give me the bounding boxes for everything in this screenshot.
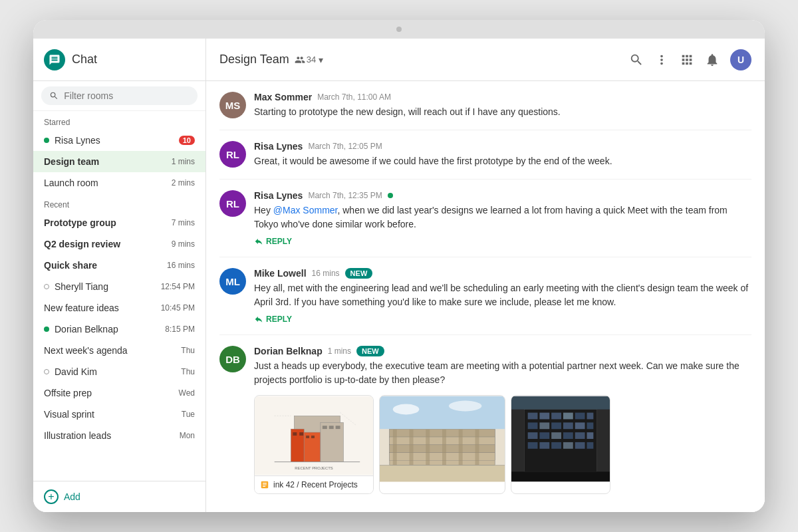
message-text: Just a heads up everybody, the executive… bbox=[254, 359, 751, 387]
message-content: Risa Lynes March 7th, 12:05 PM Great, it… bbox=[254, 141, 751, 168]
sidebar-item-name: Risa Lynes bbox=[55, 135, 179, 146]
sidebar-item-david-kim[interactable]: David Kim Thu bbox=[33, 361, 205, 382]
image-thumbnail-1: RECENT PROJECTS bbox=[255, 396, 373, 475]
message-avatar: DB bbox=[219, 346, 246, 372]
sidebar-item-time: 8:15 PM bbox=[165, 325, 195, 334]
building-sketch-2 bbox=[380, 396, 505, 482]
sidebar-item-sheryll-tiang[interactable]: Sheryll Tiang 12:54 PM bbox=[33, 276, 205, 297]
svg-rect-11 bbox=[336, 426, 340, 429]
building-sketch-3 bbox=[511, 396, 610, 482]
apps-button[interactable] bbox=[680, 53, 694, 67]
notifications-button[interactable] bbox=[705, 53, 720, 67]
svg-rect-58 bbox=[587, 442, 593, 449]
sidebar-item-time: Wed bbox=[179, 388, 195, 398]
sidebar-item-dorian-belknap[interactable]: Dorian Belknap 8:15 PM bbox=[33, 319, 205, 340]
svg-rect-39 bbox=[575, 413, 585, 420]
sidebar-item-time: Thu bbox=[181, 367, 195, 376]
sidebar-item-time: 2 mins bbox=[172, 178, 195, 188]
message-content: Max Sommer March 7th, 11:00 AM Starting … bbox=[254, 92, 751, 119]
message-group-risa-lynes-1: RL Risa Lynes March 7th, 12:05 PM Great,… bbox=[219, 141, 751, 180]
reply-icon bbox=[254, 315, 263, 324]
status-dot bbox=[44, 369, 49, 374]
notifications-icon bbox=[705, 53, 720, 67]
svg-rect-47 bbox=[528, 432, 538, 439]
sidebar-item-name: Sheryll Tiang bbox=[55, 281, 161, 292]
message-header: Dorian Belknap 1 mins NEW bbox=[254, 346, 751, 356]
sidebar-item-visual-sprint[interactable]: Visual sprint Tue bbox=[33, 404, 205, 425]
reply-button[interactable]: REPLY bbox=[254, 237, 292, 246]
reply-button[interactable]: REPLY bbox=[254, 315, 292, 324]
sidebar-item-next-weeks-agenda[interactable]: Next week's agenda Thu bbox=[33, 340, 205, 361]
sidebar-item-risa-lynes[interactable]: Risa Lynes 10 bbox=[33, 130, 205, 151]
more-options-button[interactable] bbox=[654, 53, 669, 67]
user-avatar[interactable]: U bbox=[730, 49, 751, 70]
online-dot bbox=[44, 138, 49, 143]
message-content: Risa Lynes March 7th, 12:35 PM Hey @Max … bbox=[254, 190, 751, 246]
svg-rect-38 bbox=[563, 413, 573, 420]
online-status-dot bbox=[388, 193, 393, 198]
filter-rooms-input[interactable] bbox=[64, 90, 190, 101]
add-button[interactable]: + Add bbox=[33, 481, 205, 512]
sidebar-item-name: Design team bbox=[44, 156, 172, 167]
recent-label: Recent bbox=[33, 194, 205, 212]
sidebar-item-time: 16 mins bbox=[167, 261, 195, 270]
message-header: Risa Lynes March 7th, 12:05 PM bbox=[254, 141, 751, 152]
new-message-badge: NEW bbox=[356, 346, 384, 356]
svg-rect-35 bbox=[528, 413, 538, 420]
sidebar-item-prototype-group[interactable]: Prototype group 7 mins bbox=[33, 212, 205, 233]
svg-rect-24 bbox=[426, 429, 430, 465]
sidebar-item-name: David Kim bbox=[55, 366, 181, 377]
reply-icon bbox=[254, 237, 263, 246]
building-sketch-1: RECENT PROJECTS bbox=[255, 396, 373, 475]
image-card-3[interactable] bbox=[511, 395, 610, 494]
svg-rect-22 bbox=[393, 429, 397, 465]
sidebar-item-name: Next week's agenda bbox=[44, 345, 181, 356]
sidebar-item-new-feature-ideas[interactable]: New feature ideas 10:45 PM bbox=[33, 297, 205, 319]
svg-rect-8 bbox=[311, 436, 315, 438]
status-dot bbox=[44, 284, 49, 289]
sidebar-item-offsite-prep[interactable]: Offsite prep Wed bbox=[33, 382, 205, 404]
message-text: Great, it would be awesome if we could h… bbox=[254, 154, 751, 168]
message-avatar: MS bbox=[219, 92, 246, 118]
message-time: 16 mins bbox=[312, 269, 340, 278]
svg-rect-5 bbox=[293, 432, 297, 436]
sidebar-item-design-team[interactable]: Design team 1 mins bbox=[33, 151, 205, 172]
add-label: Add bbox=[64, 491, 80, 502]
sidebar-search bbox=[33, 81, 205, 111]
dropdown-button[interactable]: ▾ bbox=[319, 55, 323, 65]
starred-label: Starred bbox=[33, 111, 205, 130]
header-actions: U bbox=[629, 49, 751, 70]
messages-area: MS Max Sommer March 7th, 11:00 AM Starti… bbox=[206, 81, 765, 512]
svg-rect-44 bbox=[563, 422, 573, 429]
more-vert-icon bbox=[654, 53, 669, 67]
sidebar-list: Starred Risa Lynes 10 Design team 1 mins… bbox=[33, 111, 205, 481]
search-box[interactable] bbox=[41, 86, 198, 105]
message-text: Hey @Max Sommer, when we did last year's… bbox=[254, 203, 751, 231]
image-card-2[interactable] bbox=[379, 395, 505, 494]
svg-rect-48 bbox=[539, 432, 549, 439]
search-button[interactable] bbox=[629, 53, 644, 67]
svg-rect-37 bbox=[551, 413, 561, 420]
sidebar-item-name: Q2 design review bbox=[44, 239, 172, 249]
svg-rect-31 bbox=[380, 466, 505, 482]
svg-rect-50 bbox=[563, 432, 573, 439]
sidebar-item-name: Prototype group bbox=[44, 217, 172, 228]
svg-rect-41 bbox=[528, 422, 538, 429]
sidebar-item-time: 9 mins bbox=[172, 239, 195, 249]
svg-rect-45 bbox=[575, 422, 585, 429]
message-content: Dorian Belknap 1 mins NEW Just a heads u… bbox=[254, 346, 751, 494]
message-group-dorian-belknap: DB Dorian Belknap 1 mins NEW Just a head… bbox=[219, 346, 751, 505]
sidebar-item-q2-design-review[interactable]: Q2 design review 9 mins bbox=[33, 233, 205, 255]
sidebar-item-quick-share[interactable]: Quick share 16 mins bbox=[33, 255, 205, 276]
svg-rect-42 bbox=[539, 422, 549, 429]
room-title: Design Team bbox=[219, 53, 289, 66]
svg-text:RECENT PROJECTS: RECENT PROJECTS bbox=[295, 466, 333, 470]
svg-rect-23 bbox=[410, 429, 414, 465]
image-card-1[interactable]: RECENT PROJECTS ink 42 / Recent Projects bbox=[254, 395, 374, 494]
device-top-bar bbox=[33, 20, 765, 39]
message-author: Risa Lynes bbox=[254, 141, 303, 152]
sidebar-item-launch-room[interactable]: Launch room 2 mins bbox=[33, 172, 205, 194]
svg-rect-40 bbox=[587, 413, 593, 420]
sidebar-item-illustration-leads[interactable]: Illustration leads Mon bbox=[33, 425, 205, 446]
member-count-info: 34 bbox=[295, 55, 316, 65]
